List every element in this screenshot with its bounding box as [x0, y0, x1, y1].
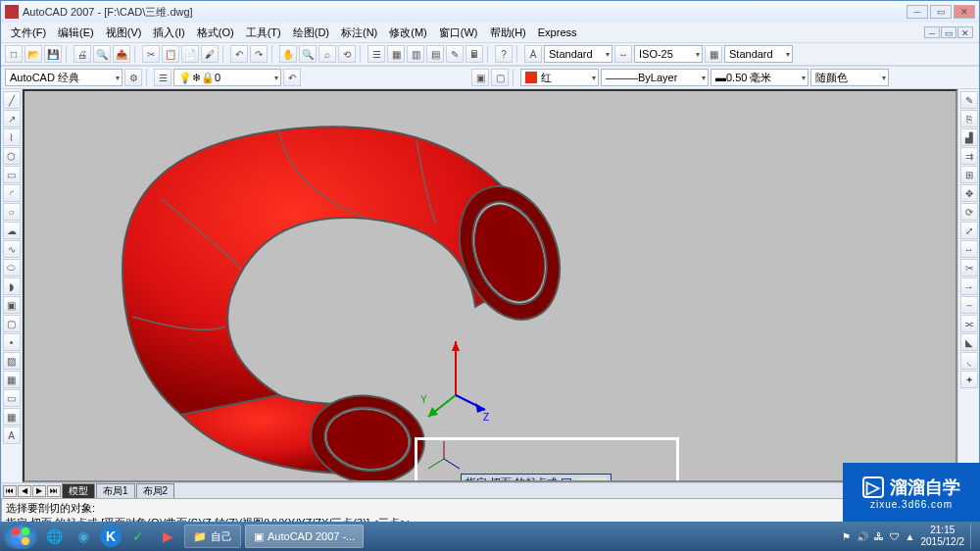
open-button[interactable]: 📂: [24, 45, 42, 63]
layer-prev-button[interactable]: ↶: [283, 69, 301, 86]
layer-manager-button[interactable]: ☰: [154, 69, 172, 86]
lineweight-dropdown[interactable]: ▬ 0.50 毫米: [710, 69, 808, 86]
taskbar-media-icon[interactable]: ▶: [155, 525, 180, 548]
sheetset-button[interactable]: ▤: [426, 45, 444, 63]
menu-edit[interactable]: 编辑(E): [54, 24, 98, 42]
undo-button[interactable]: ↶: [230, 45, 248, 63]
plot-button[interactable]: 🖨: [74, 45, 91, 63]
tray-shield-icon[interactable]: 🛡: [890, 531, 900, 542]
save-button[interactable]: 💾: [44, 45, 62, 63]
menu-window[interactable]: 窗口(W): [435, 24, 482, 42]
tab-model[interactable]: 模型: [62, 483, 95, 498]
circle-button[interactable]: ○: [3, 203, 21, 221]
textstyle-dropdown[interactable]: Standard: [544, 45, 612, 63]
line-button[interactable]: ╱: [3, 91, 21, 109]
menu-modify[interactable]: 修改(M): [385, 24, 431, 42]
properties-button[interactable]: ☰: [368, 45, 385, 63]
calc-button[interactable]: 🖩: [466, 45, 483, 63]
point-button[interactable]: •: [3, 333, 21, 351]
array-button[interactable]: ⊞: [960, 166, 978, 183]
maximize-button[interactable]: ▭: [930, 5, 952, 19]
tray-flag-icon[interactable]: ⚑: [842, 531, 851, 542]
ellipse-button[interactable]: ⬭: [3, 259, 21, 276]
help-button[interactable]: ?: [495, 45, 513, 63]
region-button[interactable]: ▭: [3, 389, 21, 407]
dyn-options-icon[interactable]: ▾: [562, 478, 571, 483]
textstyle-icon[interactable]: A: [524, 45, 542, 63]
workspace-settings-button[interactable]: ⚙: [124, 69, 142, 86]
rotate-button[interactable]: ⟳: [960, 203, 978, 221]
menu-express[interactable]: Express: [534, 25, 581, 40]
mirror-button[interactable]: ▟: [960, 128, 978, 146]
xline-button[interactable]: ↗: [3, 110, 21, 127]
tray-network-icon[interactable]: 🖧: [874, 531, 884, 542]
menu-format[interactable]: 格式(O): [193, 24, 238, 42]
polygon-button[interactable]: ⬡: [3, 147, 21, 165]
system-tray[interactable]: ⚑ 🔊 🖧 🛡 ▲ 21:15 2015/12/2: [842, 524, 976, 549]
menu-tools[interactable]: 工具(T): [242, 24, 285, 42]
dimstyle-dropdown[interactable]: ISO-25: [634, 45, 703, 63]
zoom-win-button[interactable]: ⌕: [318, 45, 336, 63]
makeblock-button[interactable]: ▢: [3, 315, 21, 332]
workspace-dropdown[interactable]: AutoCAD 经典: [5, 69, 122, 86]
zoom-prev-button[interactable]: ⟲: [338, 45, 356, 63]
drawing-canvas[interactable]: Y Z 指定 切面 的起点或 ▾: [23, 89, 957, 482]
ellipsearc-button[interactable]: ◗: [3, 277, 21, 295]
redo-button[interactable]: ↷: [250, 45, 268, 63]
revcloud-button[interactable]: ☁: [3, 222, 21, 239]
linetype-dropdown[interactable]: ——— ByLayer: [601, 69, 709, 86]
menu-help[interactable]: 帮助(H): [486, 24, 530, 42]
erase-button[interactable]: ✎: [960, 91, 978, 109]
extend-button[interactable]: →: [960, 277, 978, 295]
stretch-button[interactable]: ↔: [960, 240, 978, 258]
block-insert-button[interactable]: ▣: [471, 69, 489, 86]
break-button[interactable]: ⎓: [960, 296, 978, 314]
move-button[interactable]: ✥: [960, 184, 978, 202]
taskbar-security-icon[interactable]: ✓: [125, 525, 151, 548]
menu-insert[interactable]: 插入(I): [149, 24, 188, 42]
scale-button[interactable]: ⤢: [960, 222, 978, 239]
matchprop-button[interactable]: 🖌: [201, 45, 219, 63]
taskbar-browser-icon[interactable]: 🌐: [41, 525, 67, 548]
menu-file[interactable]: 文件(F): [7, 24, 50, 42]
toolpalette-button[interactable]: ▥: [407, 45, 424, 63]
tab-prev-button[interactable]: ◀: [18, 485, 31, 497]
hatch-button[interactable]: ▨: [3, 352, 21, 370]
doc-minimize-button[interactable]: ─: [924, 26, 940, 38]
join-button[interactable]: ⫘: [960, 315, 978, 332]
layer-dropdown[interactable]: 💡❄🔒0: [173, 69, 281, 86]
dimstyle-icon[interactable]: ↔: [614, 45, 632, 63]
rectangle-button[interactable]: ▭: [3, 166, 21, 183]
dcenter-button[interactable]: ▦: [387, 45, 405, 63]
gradient-button[interactable]: ▦: [3, 371, 21, 388]
zoom-rt-button[interactable]: 🔍: [299, 45, 317, 63]
publish-button[interactable]: 📤: [113, 45, 130, 63]
new-button[interactable]: □: [5, 45, 23, 63]
chamfer-button[interactable]: ◣: [960, 333, 978, 351]
mtext-button[interactable]: A: [3, 426, 21, 444]
close-button[interactable]: ✕: [954, 5, 975, 19]
tab-last-button[interactable]: ⏭: [47, 485, 61, 497]
tablestyle-icon[interactable]: ▦: [705, 45, 722, 63]
show-desktop-button[interactable]: [970, 524, 976, 549]
block-make-button[interactable]: ▢: [491, 69, 509, 86]
markup-button[interactable]: ✎: [446, 45, 464, 63]
doc-close-button[interactable]: ✕: [957, 26, 973, 38]
taskbar-item-autocad[interactable]: ▣AutoCAD 2007 -...: [245, 525, 364, 548]
tray-chevron-icon[interactable]: ▲: [906, 531, 915, 542]
offset-button[interactable]: ⇉: [960, 147, 978, 165]
menu-dimension[interactable]: 标注(N): [337, 24, 381, 42]
minimize-button[interactable]: ─: [906, 5, 928, 19]
table-button[interactable]: ▦: [3, 408, 21, 426]
tab-layout1[interactable]: 布局1: [96, 483, 135, 498]
menu-draw[interactable]: 绘图(D): [289, 24, 333, 42]
taskbar-kugou-icon[interactable]: K: [100, 526, 122, 547]
copy-button[interactable]: 📋: [162, 45, 179, 63]
tab-first-button[interactable]: ⏮: [3, 485, 17, 497]
pline-button[interactable]: ⌇: [3, 128, 21, 146]
cut-button[interactable]: ✂: [142, 45, 160, 63]
color-dropdown[interactable]: 红: [520, 69, 599, 86]
tab-layout2[interactable]: 布局2: [136, 483, 175, 498]
preview-button[interactable]: 🔍: [93, 45, 111, 63]
taskbar-clock[interactable]: 21:15 2015/12/2: [921, 525, 965, 548]
